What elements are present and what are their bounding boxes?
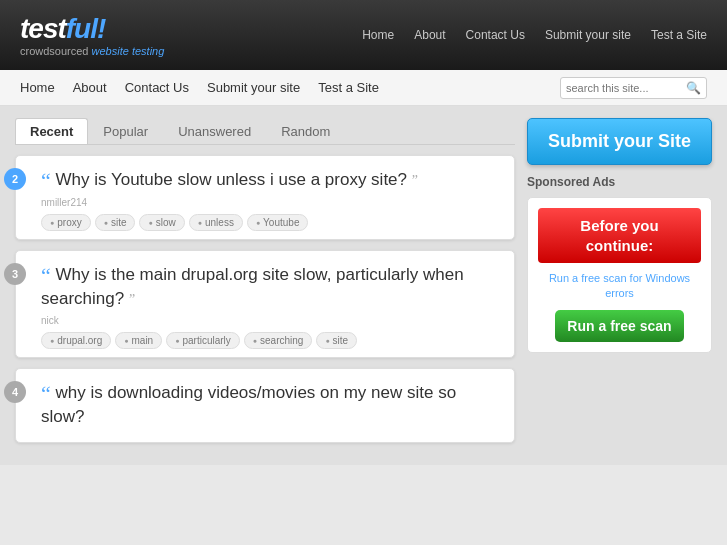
run-scan-button[interactable]: Run a free scan	[555, 310, 683, 342]
tag[interactable]: particularly	[166, 332, 240, 349]
sponsored-ads-label: Sponsored Ads	[527, 175, 712, 189]
tag[interactable]: unless	[189, 214, 243, 231]
logo-area: testful! crowdsourced website testing	[20, 13, 164, 57]
question-body[interactable]: why is downloading videos/movies on my n…	[41, 383, 456, 426]
logo-sub: crowdsourced website testing	[20, 45, 164, 57]
sec-nav-submit[interactable]: Submit your site	[207, 80, 300, 95]
close-quote-icon: ”	[412, 173, 418, 188]
top-nav: Home About Contact Us Submit your site T…	[204, 28, 707, 42]
question-number: 2	[4, 168, 26, 190]
tag[interactable]: searching	[244, 332, 313, 349]
top-nav-about[interactable]: About	[414, 28, 445, 42]
question-card: 4 “ why is downloading videos/movies on …	[15, 368, 515, 443]
open-quote-icon: “	[41, 168, 51, 193]
tab-random[interactable]: Random	[266, 118, 345, 144]
question-number: 4	[4, 381, 26, 403]
sec-nav-test[interactable]: Test a Site	[318, 80, 379, 95]
question-author: nmiller214	[41, 197, 499, 208]
top-nav-test[interactable]: Test a Site	[651, 28, 707, 42]
question-body[interactable]: Why is Youtube slow unless i use a proxy…	[56, 170, 408, 189]
open-quote-icon: “	[41, 263, 51, 288]
sec-nav-contact[interactable]: Contact Us	[125, 80, 189, 95]
tag[interactable]: drupal.org	[41, 332, 111, 349]
question-number: 3	[4, 263, 26, 285]
question-author: nick	[41, 315, 499, 326]
secondary-nav: Home About Contact Us Submit your site T…	[0, 70, 727, 106]
search-icon[interactable]: 🔍	[686, 81, 701, 95]
logo-sub-accent: website testing	[92, 45, 165, 57]
tag[interactable]: Youtube	[247, 214, 309, 231]
tab-unanswered[interactable]: Unanswered	[163, 118, 266, 144]
tag[interactable]: site	[316, 332, 357, 349]
main-content: Recent Popular Unanswered Random 2 “ Why…	[0, 106, 727, 465]
open-quote-icon: “	[41, 381, 51, 406]
top-nav-home[interactable]: Home	[362, 28, 394, 42]
tag[interactable]: site	[95, 214, 136, 231]
submit-site-button[interactable]: Submit your Site	[527, 118, 712, 165]
top-bar: testful! crowdsourced website testing Ho…	[0, 0, 727, 70]
question-card: 2 “ Why is Youtube slow unless i use a p…	[15, 155, 515, 240]
ad-before-label: Before you continue:	[538, 208, 701, 263]
search-input[interactable]	[566, 82, 686, 94]
question-text[interactable]: “ why is downloading videos/movies on my…	[41, 381, 499, 429]
ad-box: Before you continue: Run a free scan for…	[527, 197, 712, 353]
sec-nav-about[interactable]: About	[73, 80, 107, 95]
question-text[interactable]: “ Why is the main drupal.org site slow, …	[41, 263, 499, 311]
question-tags: drupal.org main particularly searching s…	[41, 332, 499, 349]
right-column: Submit your Site Sponsored Ads Before yo…	[527, 118, 712, 453]
sec-nav-home[interactable]: Home	[20, 80, 55, 95]
question-tags: proxy site slow unless Youtube	[41, 214, 499, 231]
logo-accent: ful!	[66, 13, 106, 44]
top-nav-submit[interactable]: Submit your site	[545, 28, 631, 42]
question-text[interactable]: “ Why is Youtube slow unless i use a pro…	[41, 168, 499, 192]
left-column: Recent Popular Unanswered Random 2 “ Why…	[15, 118, 515, 453]
question-body[interactable]: Why is the main drupal.org site slow, pa…	[41, 265, 464, 308]
ad-description: Run a free scan for Windows errors	[538, 271, 701, 302]
question-card: 3 “ Why is the main drupal.org site slow…	[15, 250, 515, 359]
tag[interactable]: slow	[139, 214, 184, 231]
close-quote-icon: ”	[129, 292, 135, 307]
tag[interactable]: main	[115, 332, 162, 349]
top-nav-contact[interactable]: Contact Us	[466, 28, 525, 42]
search-box[interactable]: 🔍	[560, 77, 707, 99]
tab-recent[interactable]: Recent	[15, 118, 88, 144]
sec-nav-links: Home About Contact Us Submit your site T…	[20, 80, 560, 95]
tag[interactable]: proxy	[41, 214, 91, 231]
tab-popular[interactable]: Popular	[88, 118, 163, 144]
tabs: Recent Popular Unanswered Random	[15, 118, 515, 145]
logo: testful!	[20, 13, 164, 45]
